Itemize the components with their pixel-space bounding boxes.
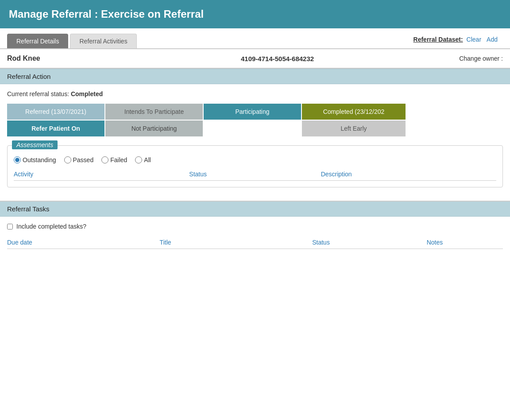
radio-all[interactable]: All (135, 156, 151, 163)
wf-not-participating-button[interactable]: Not Participating (105, 121, 203, 136)
include-completed-row: Include completed tasks? (7, 223, 503, 230)
referral-action-section: Referral Action Current referral status:… (0, 69, 510, 194)
referral-tasks-header: Referral Tasks (0, 202, 510, 217)
status-prefix: Current referral status: (7, 90, 69, 97)
include-completed-checkbox[interactable] (7, 224, 13, 229)
dataset-label: Referral Dataset: (413, 36, 463, 43)
page-header: Manage Referral : Exercise on Referral (0, 0, 510, 28)
col-task-status: Status (312, 239, 426, 246)
patient-name: Rod Knee (7, 54, 96, 62)
include-completed-label[interactable]: Include completed tasks? (16, 223, 86, 230)
tasks-table-header: Due date Title Status Notes (7, 236, 503, 249)
assessments-box: Assessments Outstanding Passed Failed Al… (7, 145, 503, 187)
radio-failed[interactable]: Failed (101, 156, 127, 163)
tab-referral-activities[interactable]: Referral Activities (70, 34, 136, 48)
change-owner-label: Change owner : (459, 55, 503, 62)
assessment-filter-row: Outstanding Passed Failed All (14, 156, 496, 163)
clear-link[interactable]: Clear (467, 36, 481, 43)
referral-action-body: Current referral status: Completed Refer… (0, 84, 510, 194)
wf-empty-cell (204, 121, 301, 136)
col-description: Description (321, 171, 496, 178)
assessments-table-header: Activity Status Description (14, 168, 496, 181)
wf-participating: Participating (204, 104, 301, 120)
add-link[interactable]: Add (487, 36, 498, 43)
radio-outstanding[interactable]: Outstanding (14, 156, 56, 163)
wf-referred: Referred (13/07/2021) (7, 104, 104, 120)
tab-bar: Referral Details Referral Activities Ref… (0, 28, 510, 49)
col-title: Title (160, 239, 313, 246)
status-line: Current referral status: Completed (7, 90, 503, 97)
col-due-date: Due date (7, 239, 160, 246)
wf-refer-on-button[interactable]: Refer Patient On (7, 121, 104, 136)
radio-passed[interactable]: Passed (64, 156, 94, 163)
wf-completed: Completed (23/12/202 (302, 104, 406, 120)
referral-tasks-section: Referral Tasks Include completed tasks? … (0, 201, 510, 255)
toolbar: Referral Dataset: Clear Add (413, 36, 503, 47)
col-activity: Activity (14, 171, 189, 178)
col-notes: Notes (427, 239, 503, 246)
patient-bar: Rod Knee 4109-4714-5054-684232 Change ow… (0, 49, 510, 69)
referral-action-header: Referral Action (0, 69, 510, 84)
referral-tasks-body: Include completed tasks? Due date Title … (0, 217, 510, 255)
workflow-grid: Referred (13/07/2021) Intends To Partici… (7, 104, 406, 136)
page-title: Manage Referral : Exercise on Referral (9, 8, 204, 20)
col-status: Status (189, 171, 321, 178)
tab-referral-details[interactable]: Referral Details (7, 34, 68, 48)
assessments-legend: Assessments (12, 140, 58, 149)
status-value: Completed (71, 90, 103, 97)
patient-id: 4109-4714-5054-684232 (96, 55, 459, 62)
wf-intends: Intends To Participate (105, 104, 203, 120)
wf-left-early-button[interactable]: Left Early (302, 121, 406, 136)
